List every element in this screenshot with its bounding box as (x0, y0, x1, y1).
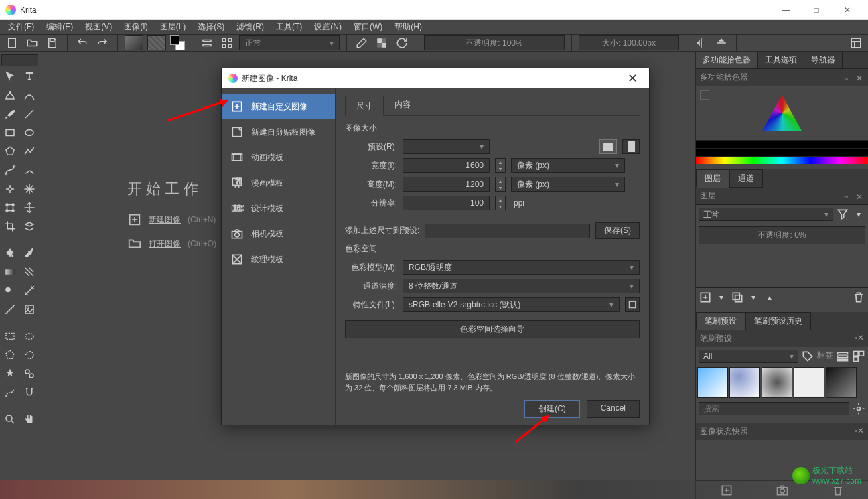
open-folder-icon[interactable] (24, 35, 40, 51)
layer-up-icon[interactable]: ▴ (763, 291, 776, 304)
profile-browse-icon[interactable] (625, 297, 640, 312)
color-strip-1[interactable] (696, 140, 868, 148)
minimize-button[interactable]: — (770, 0, 801, 20)
eraser-toggle-icon[interactable] (354, 35, 370, 51)
menu-help[interactable]: 帮助(H) (389, 20, 427, 34)
layer-opacity-slider[interactable]: 不透明度: 0% (699, 226, 865, 244)
brush-search-input[interactable] (699, 402, 849, 415)
brush-settings-btn-icon[interactable] (852, 402, 865, 415)
landscape-button[interactable] (599, 139, 617, 154)
crop-tool-icon[interactable] (1, 218, 19, 235)
menu-image[interactable]: 图像(I) (119, 20, 153, 34)
multi-brush-tool-icon[interactable] (21, 180, 38, 198)
tab-navigator[interactable]: 导航器 (804, 52, 843, 68)
profile-select[interactable]: sRGB-elle-V2-srgbtrc.icc (默认)▾ (403, 297, 620, 312)
tab-dimensions[interactable]: 尺寸 (345, 96, 384, 116)
gradient-swatch[interactable] (125, 35, 143, 50)
contiguous-select-tool-icon[interactable] (1, 365, 19, 382)
dialog-titlebar[interactable]: 新建图像 - Krita ✕ (222, 68, 649, 88)
brush-tool-icon[interactable] (1, 105, 19, 123)
brush-preset-1[interactable] (697, 367, 728, 398)
sidebar-item-animation[interactable]: 动画模板 (222, 145, 335, 170)
toolbox-tab-handle[interactable] (1, 54, 38, 66)
panel-close-icon[interactable]: ✕ (856, 74, 864, 82)
polyline-tool-icon[interactable] (21, 143, 38, 160)
alpha-lock-icon[interactable] (374, 35, 390, 51)
snapshot-close-icon[interactable]: ✕ (857, 426, 864, 435)
brush-thumb-icon[interactable] (852, 350, 865, 363)
bezier-tool-icon[interactable] (1, 161, 19, 179)
lasso-select-tool-icon[interactable] (21, 346, 38, 364)
hue-strip[interactable] (696, 156, 868, 164)
tab-channels[interactable]: 通道 (729, 169, 763, 188)
layers-float-icon[interactable]: ▫ (845, 192, 853, 200)
layer-delete-icon[interactable] (852, 291, 865, 304)
similar-select-tool-icon[interactable] (21, 365, 38, 382)
layer-down-icon[interactable]: ▾ (747, 291, 760, 304)
layer-add-dd-icon[interactable]: ▾ (715, 291, 728, 304)
width-spinner[interactable]: ▲▼ (495, 158, 506, 173)
color-selector[interactable] (170, 35, 185, 50)
menu-settings[interactable]: 设置(N) (309, 20, 347, 34)
mirror-v-icon[interactable] (713, 35, 729, 51)
tab-brush-history[interactable]: 笔刷预设历史 (745, 312, 811, 330)
menu-layer[interactable]: 图层(L) (155, 20, 192, 34)
preset-name-input[interactable] (425, 224, 590, 238)
pattern-swatch[interactable] (147, 35, 166, 50)
menu-file[interactable]: 文件(F) (3, 20, 40, 34)
width-input[interactable]: 1600 (403, 158, 490, 173)
height-unit-select[interactable]: 像素 (px)▾ (511, 177, 625, 192)
layer-add-icon[interactable] (699, 291, 712, 304)
start-open-image-link[interactable]: 打开图像 (Ctrl+O) (127, 236, 216, 251)
ellipse-select-tool-icon[interactable] (21, 328, 38, 345)
move-layer-tool-icon[interactable] (21, 199, 38, 216)
reference-tool-icon[interactable] (21, 301, 38, 318)
brush-presets-icon[interactable] (219, 35, 235, 51)
layer-duplicate-icon[interactable] (731, 291, 744, 304)
blend-mode-select[interactable]: 正常▾ (239, 35, 340, 50)
brush-view-icon[interactable] (836, 350, 849, 363)
width-unit-select[interactable]: 像素 (px)▾ (511, 158, 625, 173)
line-tool-icon[interactable] (21, 105, 38, 123)
color-strip-2[interactable] (696, 148, 868, 156)
brush-preset-4[interactable] (794, 367, 824, 398)
layer-filter-dd-icon[interactable]: ▾ (852, 208, 865, 221)
transform-tool-icon[interactable] (1, 199, 19, 216)
resolution-spinner[interactable]: ▲▼ (495, 196, 506, 210)
save-preset-button[interactable]: 保存(S) (595, 222, 640, 239)
menu-filter[interactable]: 滤镜(R) (231, 20, 269, 34)
bezier-select-tool-icon[interactable] (1, 384, 19, 401)
brush-filter-select[interactable]: All▾ (699, 350, 798, 363)
menu-select[interactable]: 选择(S) (192, 20, 230, 34)
save-icon[interactable] (44, 35, 60, 51)
move-tool-icon[interactable] (1, 68, 19, 85)
rectangle-tool-icon[interactable] (1, 124, 19, 141)
color-triangle[interactable] (696, 86, 868, 140)
layer-filter-icon[interactable] (836, 208, 849, 221)
calligraphy-tool-icon[interactable] (21, 86, 38, 104)
rect-select-tool-icon[interactable] (1, 328, 19, 345)
sidebar-item-design[interactable]: 16:10 设计模板 (222, 196, 335, 221)
menu-window[interactable]: 窗口(W) (348, 20, 388, 34)
magnetic-select-tool-icon[interactable] (21, 384, 38, 401)
preset-select[interactable]: ▾ (403, 139, 490, 154)
brush-settings-icon[interactable] (199, 35, 215, 51)
color-model-select[interactable]: RGB/透明度▾ (403, 260, 640, 275)
brush-close-icon[interactable]: ✕ (857, 333, 864, 342)
sidebar-item-camera[interactable]: 相机模板 (222, 221, 335, 246)
fill-tool-icon[interactable] (1, 244, 19, 262)
brush-preset-3[interactable] (762, 367, 792, 398)
tab-brush-presets[interactable]: 笔刷预设 (696, 312, 745, 330)
dynamic-brush-tool-icon[interactable] (1, 180, 19, 198)
undo-icon[interactable] (74, 35, 90, 51)
sidebar-item-texture[interactable]: 纹理模板 (222, 246, 335, 272)
tab-tool-options[interactable]: 工具选项 (758, 52, 804, 68)
mirror-h-icon[interactable] (693, 35, 709, 51)
bit-depth-select[interactable]: 8 位整数/通道▾ (403, 279, 640, 293)
ellipse-tool-icon[interactable] (21, 124, 38, 141)
menu-view[interactable]: 视图(V) (80, 20, 117, 34)
brush-size-slider[interactable]: 大小: 100.00px (579, 35, 679, 50)
new-file-icon[interactable] (4, 35, 20, 51)
resolution-input[interactable]: 100 (403, 196, 490, 210)
sidebar-item-comic[interactable]: ?! 漫画模板 (222, 170, 335, 196)
